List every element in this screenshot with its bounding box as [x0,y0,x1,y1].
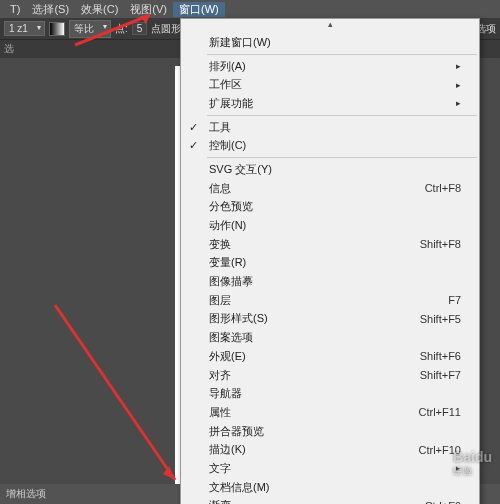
menu-item-label: 文档信息(M) [209,480,270,495]
zoom-dropdown[interactable]: 1 z1 [4,21,45,36]
menu-item-flattener-preview[interactable]: 拼合器预览 [181,422,479,441]
menu-shortcut: Shift+F6 [420,350,461,362]
scale-dropdown[interactable]: 等比 [69,20,111,38]
menu-item-align[interactable]: 对齐Shift+F7 [181,366,479,385]
footer-label: 增相选项 [6,487,46,501]
menu-item-label: 图形样式(S) [209,311,268,326]
menubar: T)选择(S)效果(C)视图(V)窗口(W) [0,0,500,18]
menu-item-label: 描边(K) [209,442,246,457]
menu-item-label: 扩展功能 [209,96,253,111]
menu-item-new-window[interactable]: 新建窗口(W) [181,33,479,52]
points-label: 点: [115,22,128,36]
menu-item-label: 排列(A) [209,59,246,74]
menubar-item[interactable]: T) [4,3,26,15]
menu-item-control[interactable]: ✓控制(C) [181,136,479,155]
menu-item-type[interactable]: 文字▸ [181,459,479,478]
menu-shortcut: F7 [448,294,461,306]
menu-item-actions[interactable]: 动作(N) [181,216,479,235]
menu-item-label: 图层 [209,293,231,308]
menu-item-label: 控制(C) [209,138,246,153]
menu-item-separations-preview[interactable]: 分色预览 [181,198,479,217]
menu-item-label: 外观(E) [209,349,246,364]
menu-item-arrange[interactable]: 排列(A)▸ [181,57,479,76]
menu-item-tools[interactable]: ✓工具 [181,118,479,137]
menu-item-label: 导航器 [209,386,242,401]
menu-item-label: 变量(R) [209,255,246,270]
menu-item-navigator[interactable]: 导航器 [181,384,479,403]
menu-item-label: 拼合器预览 [209,424,264,439]
menu-item-variables[interactable]: 变量(R) [181,254,479,273]
menu-item-layers[interactable]: 图层F7 [181,291,479,310]
gradient-icon[interactable] [49,22,65,36]
menu-item-label: 渐变 [209,498,231,504]
watermark: Baidu经验 [453,449,492,478]
menu-item-label: 属性 [209,405,231,420]
menu-shortcut: Ctrl+F9 [425,500,461,504]
menu-item-gradient[interactable]: 渐变Ctrl+F9 [181,497,479,505]
menu-item-stroke[interactable]: 描边(K)Ctrl+F10 [181,440,479,459]
menu-scroll-up[interactable]: ▴ [181,19,479,33]
menu-item-label: 工具 [209,120,231,135]
menubar-item[interactable]: 窗口(W) [173,2,225,17]
menu-item-label: 信息 [209,181,231,196]
window-menu: ▴ 新建窗口(W)排列(A)▸工作区▸扩展功能▸✓工具✓控制(C)SVG 交互(… [180,18,480,504]
menubar-item[interactable]: 选择(S) [26,2,75,17]
shape-label: 点圆形 [151,22,181,36]
menu-item-extensions[interactable]: 扩展功能▸ [181,94,479,113]
check-icon: ✓ [189,121,198,134]
menubar-item[interactable]: 效果(C) [75,2,124,17]
menu-item-graphic-styles[interactable]: 图形样式(S)Shift+F5 [181,310,479,329]
menu-item-svg-interactivity[interactable]: SVG 交互(Y) [181,160,479,179]
menu-separator [207,115,477,116]
points-value[interactable]: 5 [132,22,148,35]
menu-item-appearance[interactable]: 外观(E)Shift+F6 [181,347,479,366]
submenu-arrow-icon: ▸ [456,98,461,108]
menu-shortcut: Shift+F8 [420,238,461,250]
menu-separator [207,54,477,55]
menu-item-doc-info[interactable]: 文档信息(M) [181,478,479,497]
menu-item-label: 文字 [209,461,231,476]
menu-item-label: 变换 [209,237,231,252]
menu-shortcut: Shift+F5 [420,313,461,325]
menu-shortcut: Shift+F7 [420,369,461,381]
menu-item-label: 工作区 [209,77,242,92]
menu-item-label: 分色预览 [209,199,253,214]
menu-item-label: 对齐 [209,368,231,383]
menu-item-label: 新建窗口(W) [209,35,271,50]
menu-shortcut: Ctrl+F8 [425,182,461,194]
menu-item-info[interactable]: 信息Ctrl+F8 [181,179,479,198]
menu-item-label: 图案选项 [209,330,253,345]
menu-item-pattern-options[interactable]: 图案选项 [181,328,479,347]
submenu-arrow-icon: ▸ [456,61,461,71]
menu-item-transform[interactable]: 变换Shift+F8 [181,235,479,254]
menu-item-label: 动作(N) [209,218,246,233]
menu-item-workspace[interactable]: 工作区▸ [181,75,479,94]
menu-shortcut: Ctrl+F11 [419,406,462,418]
menu-item-image-trace[interactable]: 图像描摹 [181,272,479,291]
check-icon: ✓ [189,139,198,152]
menu-item-attributes[interactable]: 属性Ctrl+F11 [181,403,479,422]
menubar-item[interactable]: 视图(V) [124,2,173,17]
menu-item-label: SVG 交互(Y) [209,162,272,177]
menu-separator [207,157,477,158]
submenu-arrow-icon: ▸ [456,80,461,90]
menu-item-label: 图像描摹 [209,274,253,289]
tab-label: 选 [4,42,14,56]
